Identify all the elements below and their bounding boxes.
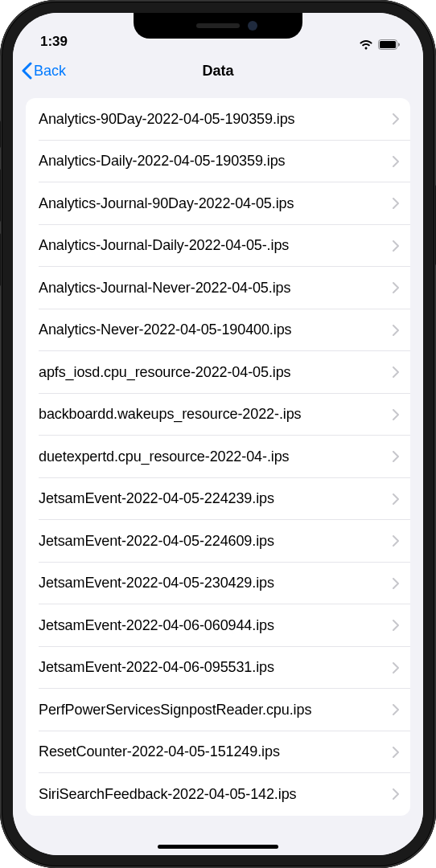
list-item[interactable]: Analytics-Journal-Daily-2022-04-05-.ips [26, 225, 410, 268]
list-item[interactable]: JetsamEvent-2022-04-05-230429.ips [26, 563, 410, 605]
list-item[interactable]: apfs_iosd.cpu_resource-2022-04-05.ips [26, 351, 410, 394]
list-item-label: backboardd.wakeups_resource-2022-.ips [39, 406, 393, 423]
chevron-right-icon [393, 113, 399, 125]
list-item-label: duetexpertd.cpu_resource-2022-04-.ips [39, 448, 393, 465]
chevron-right-icon [393, 325, 399, 336]
notch [134, 13, 302, 39]
list-item[interactable]: JetsamEvent-2022-04-06-060944.ips [26, 604, 410, 647]
list-item[interactable]: Analytics-Daily-2022-04-05-190359.ips [26, 141, 410, 183]
list-item-label: JetsamEvent-2022-04-05-230429.ips [39, 575, 393, 592]
svg-rect-1 [380, 41, 396, 48]
list-item-label: SiriSearchFeedback-2022-04-05-142.ips [39, 786, 393, 803]
chevron-right-icon [393, 198, 399, 209]
list-item[interactable]: backboardd.wakeups_resource-2022-.ips [26, 394, 410, 436]
list-item-label: JetsamEvent-2022-04-05-224239.ips [39, 490, 393, 507]
chevron-right-icon [393, 535, 399, 547]
volume-down-button [0, 233, 1, 286]
back-button[interactable]: Back [21, 62, 66, 80]
list-item-label: Analytics-Journal-90Day-2022-04-05.ips [39, 195, 393, 212]
battery-icon [378, 39, 401, 50]
list-item-label: Analytics-Journal-Never-2022-04-05.ips [39, 280, 393, 297]
chevron-right-icon [393, 409, 399, 420]
silence-switch [0, 121, 1, 148]
list-item-label: Analytics-Daily-2022-04-05-190359.ips [39, 153, 393, 170]
page-title: Data [13, 63, 423, 80]
chevron-right-icon [393, 366, 399, 378]
chevron-right-icon [393, 578, 399, 589]
list-item[interactable]: JetsamEvent-2022-04-05-224239.ips [26, 478, 410, 521]
chevron-right-icon [393, 788, 399, 800]
nav-bar: Back Data [13, 51, 423, 90]
chevron-right-icon [393, 240, 399, 252]
chevron-right-icon [393, 747, 399, 758]
chevron-right-icon [393, 451, 399, 462]
list-item[interactable]: Analytics-Journal-90Day-2022-04-05.ips [26, 182, 410, 225]
list-item[interactable]: duetexpertd.cpu_resource-2022-04-.ips [26, 436, 410, 478]
volume-up-button [0, 169, 1, 222]
list-item[interactable]: PerfPowerServicesSignpostReader.cpu.ips [26, 689, 410, 731]
device-screen: 1:39 [13, 13, 423, 855]
chevron-left-icon [21, 62, 32, 80]
list-item-label: JetsamEvent-2022-04-06-095531.ips [39, 659, 393, 676]
data-list: Analytics-90Day-2022-04-05-190359.ipsAna… [26, 98, 410, 816]
list-item[interactable]: JetsamEvent-2022-04-06-095531.ips [26, 647, 410, 690]
chevron-right-icon [393, 282, 399, 293]
device-frame: 1:39 [0, 0, 436, 868]
list-item-label: ResetCounter-2022-04-05-151249.ips [39, 743, 393, 760]
wifi-icon [359, 39, 373, 50]
list-item[interactable]: Analytics-Never-2022-04-05-190400.ips [26, 309, 410, 352]
list-item-label: PerfPowerServicesSignpostReader.cpu.ips [39, 702, 393, 719]
chevron-right-icon [393, 704, 399, 715]
chevron-right-icon [393, 493, 399, 505]
chevron-right-icon [393, 620, 399, 631]
list-item[interactable]: JetsamEvent-2022-04-05-224609.ips [26, 520, 410, 563]
list-item-label: JetsamEvent-2022-04-06-060944.ips [39, 617, 393, 634]
home-indicator[interactable] [158, 845, 278, 849]
list-item[interactable]: Analytics-Journal-Never-2022-04-05.ips [26, 267, 410, 309]
list-item-label: Analytics-90Day-2022-04-05-190359.ips [39, 111, 393, 128]
list-item-label: JetsamEvent-2022-04-05-224609.ips [39, 533, 393, 550]
list-item[interactable]: Analytics-90Day-2022-04-05-190359.ips [26, 98, 410, 141]
chevron-right-icon [393, 662, 399, 674]
chevron-right-icon [393, 156, 399, 167]
list-item-label: Analytics-Never-2022-04-05-190400.ips [39, 321, 393, 338]
list-item-label: apfs_iosd.cpu_resource-2022-04-05.ips [39, 364, 393, 381]
status-time: 1:39 [40, 34, 97, 50]
list-item[interactable]: ResetCounter-2022-04-05-151249.ips [26, 731, 410, 774]
back-label: Back [34, 63, 66, 80]
list-item-label: Analytics-Journal-Daily-2022-04-05-.ips [39, 237, 393, 254]
list-item[interactable]: SiriSearchFeedback-2022-04-05-142.ips [26, 773, 410, 816]
